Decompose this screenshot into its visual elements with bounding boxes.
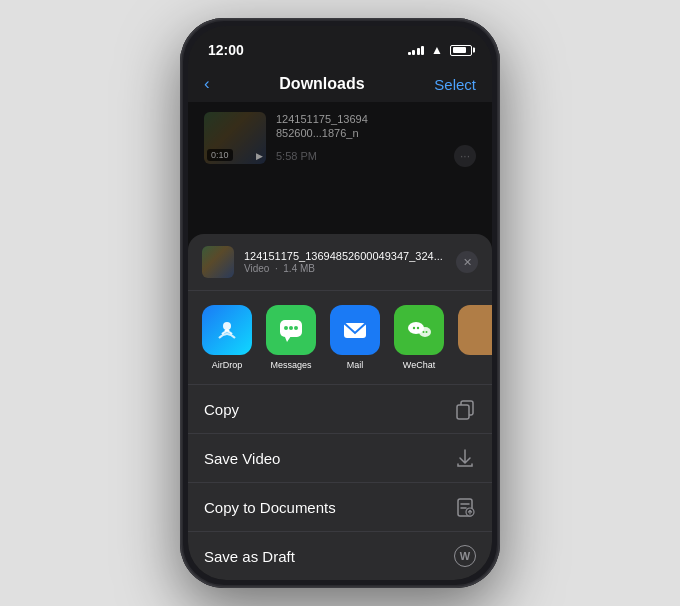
- back-button[interactable]: ‹: [204, 74, 210, 94]
- wechat-label: WeChat: [403, 360, 435, 370]
- svg-point-3: [284, 326, 288, 330]
- copy-action[interactable]: Copy: [188, 385, 492, 434]
- content-area: 0:10 ▶ 124151175_13694 852600...1876_n 5…: [188, 102, 492, 580]
- save-as-draft-label: Save as Draft: [204, 548, 295, 565]
- wifi-icon: ▲: [431, 43, 443, 57]
- app-icons-row: AirDrop: [188, 291, 492, 385]
- status-icons: ▲: [408, 43, 472, 57]
- copy-to-documents-label: Copy to Documents: [204, 499, 336, 516]
- signal-bars-icon: [408, 45, 425, 55]
- svg-point-8: [419, 327, 431, 337]
- svg-point-9: [413, 327, 415, 329]
- airdrop-icon: [202, 305, 252, 355]
- mail-share-item[interactable]: Mail: [330, 305, 380, 370]
- messages-share-item[interactable]: Messages: [266, 305, 316, 370]
- svg-point-10: [417, 327, 419, 329]
- save-as-draft-action[interactable]: Save as Draft W: [188, 532, 492, 580]
- battery-icon: [450, 45, 472, 56]
- svg-point-11: [423, 331, 425, 333]
- copy-label: Copy: [204, 401, 239, 418]
- mail-label: Mail: [347, 360, 364, 370]
- messages-label: Messages: [270, 360, 311, 370]
- save-video-action[interactable]: Save Video: [188, 434, 492, 483]
- more-apps-item[interactable]: [458, 305, 492, 370]
- messages-icon: [266, 305, 316, 355]
- page-title: Downloads: [279, 75, 364, 93]
- selected-thumbnail: [202, 246, 234, 278]
- selected-file-info: 124151175_13694852600049347_324... Video…: [244, 250, 446, 274]
- status-bar: 12:00 ▲: [188, 26, 492, 66]
- svg-point-0: [223, 322, 231, 330]
- selected-file-size: Video · 1.4 MB: [244, 263, 446, 274]
- share-sheet: 124151175_13694852600049347_324... Video…: [188, 234, 492, 580]
- status-time: 12:00: [208, 42, 244, 58]
- mail-icon: [330, 305, 380, 355]
- selected-file-header: 124151175_13694852600049347_324... Video…: [188, 234, 492, 291]
- svg-point-4: [289, 326, 293, 330]
- phone-frame: 12:00 ▲ ‹ Downloads Select: [180, 18, 500, 588]
- save-video-icon: [454, 447, 476, 469]
- airdrop-label: AirDrop: [212, 360, 243, 370]
- screen: 12:00 ▲ ‹ Downloads Select: [188, 26, 492, 580]
- close-button[interactable]: ✕: [456, 251, 478, 273]
- wechat-share-item[interactable]: WeChat: [394, 305, 444, 370]
- action-list: Copy Save Video: [188, 385, 492, 580]
- wechat-icon: [394, 305, 444, 355]
- wordpress-icon: W: [454, 545, 476, 567]
- share-sheet-overlay: 124151175_13694852600049347_324... Video…: [188, 102, 492, 580]
- svg-rect-14: [457, 405, 469, 419]
- copy-icon: [454, 398, 476, 420]
- selected-file-name: 124151175_13694852600049347_324...: [244, 250, 446, 262]
- svg-point-12: [426, 331, 428, 333]
- svg-marker-2: [285, 336, 291, 342]
- save-video-label: Save Video: [204, 450, 280, 467]
- copy-to-documents-action[interactable]: Copy to Documents: [188, 483, 492, 532]
- airdrop-share-item[interactable]: AirDrop: [202, 305, 252, 370]
- more-apps-icon: [458, 305, 492, 355]
- select-button[interactable]: Select: [434, 76, 476, 93]
- svg-point-5: [294, 326, 298, 330]
- documents-icon: [454, 496, 476, 518]
- nav-bar: ‹ Downloads Select: [188, 66, 492, 102]
